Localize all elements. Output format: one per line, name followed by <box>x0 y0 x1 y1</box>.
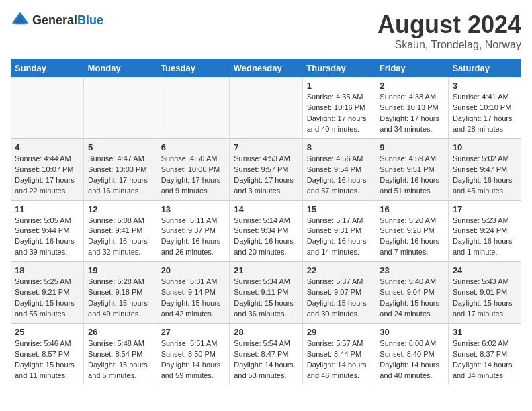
calendar-week-row: 4Sunrise: 4:44 AM Sunset: 10:07 PM Dayli… <box>11 138 521 200</box>
weekday-header-wednesday: Wednesday <box>230 59 303 77</box>
day-number: 18 <box>15 265 79 275</box>
day-number: 19 <box>88 265 152 275</box>
calendar-cell: 4Sunrise: 4:44 AM Sunset: 10:07 PM Dayli… <box>11 138 84 200</box>
calendar-cell: 7Sunrise: 4:53 AM Sunset: 9:57 PM Daylig… <box>230 138 303 200</box>
day-info: Sunrise: 5:34 AM Sunset: 9:11 PM Dayligh… <box>234 277 298 320</box>
weekday-header-friday: Friday <box>375 59 449 77</box>
day-number: 1 <box>307 81 371 91</box>
calendar-cell: 6Sunrise: 4:50 AM Sunset: 10:00 PM Dayli… <box>157 138 230 200</box>
calendar-cell: 30Sunrise: 6:00 AM Sunset: 8:40 PM Dayli… <box>375 324 449 385</box>
day-number: 30 <box>380 327 444 337</box>
day-number: 17 <box>453 204 517 214</box>
day-info: Sunrise: 4:35 AM Sunset: 10:16 PM Daylig… <box>307 92 371 135</box>
day-info: Sunrise: 4:53 AM Sunset: 9:57 PM Dayligh… <box>234 154 298 197</box>
day-info: Sunrise: 5:48 AM Sunset: 8:54 PM Dayligh… <box>88 338 152 381</box>
calendar-cell: 23Sunrise: 5:40 AM Sunset: 9:04 PM Dayli… <box>375 262 449 324</box>
weekday-header-monday: Monday <box>84 59 157 77</box>
page-subtitle: Skaun, Trondelag, Norway <box>378 39 521 51</box>
day-info: Sunrise: 6:00 AM Sunset: 8:40 PM Dayligh… <box>380 338 444 381</box>
logo-blue: Blue <box>77 13 103 27</box>
calendar-cell: 12Sunrise: 5:08 AM Sunset: 9:41 PM Dayli… <box>84 200 157 262</box>
day-info: Sunrise: 4:56 AM Sunset: 9:54 PM Dayligh… <box>307 154 371 197</box>
logo-general: General <box>32 13 77 27</box>
day-number: 29 <box>307 327 371 337</box>
day-info: Sunrise: 5:40 AM Sunset: 9:04 PM Dayligh… <box>380 277 444 320</box>
day-info: Sunrise: 5:54 AM Sunset: 8:47 PM Dayligh… <box>234 338 298 381</box>
calendar-cell: 9Sunrise: 4:59 AM Sunset: 9:51 PM Daylig… <box>375 138 449 200</box>
calendar-cell: 15Sunrise: 5:17 AM Sunset: 9:31 PM Dayli… <box>302 200 375 262</box>
day-info: Sunrise: 5:51 AM Sunset: 8:50 PM Dayligh… <box>161 338 226 381</box>
logo-icon <box>11 11 30 30</box>
calendar-cell: 8Sunrise: 4:56 AM Sunset: 9:54 PM Daylig… <box>302 138 375 200</box>
day-info: Sunrise: 4:50 AM Sunset: 10:00 PM Daylig… <box>161 154 226 197</box>
calendar-cell: 31Sunrise: 6:02 AM Sunset: 8:37 PM Dayli… <box>448 324 521 385</box>
day-info: Sunrise: 4:59 AM Sunset: 9:51 PM Dayligh… <box>380 154 444 197</box>
day-info: Sunrise: 5:11 AM Sunset: 9:37 PM Dayligh… <box>161 216 226 259</box>
day-number: 28 <box>234 327 298 337</box>
calendar-cell: 10Sunrise: 5:02 AM Sunset: 9:47 PM Dayli… <box>448 138 521 200</box>
day-number: 7 <box>234 142 298 152</box>
day-number: 16 <box>380 204 444 214</box>
calendar-cell <box>230 77 303 138</box>
day-info: Sunrise: 5:14 AM Sunset: 9:34 PM Dayligh… <box>234 216 298 259</box>
day-info: Sunrise: 5:05 AM Sunset: 9:44 PM Dayligh… <box>15 216 79 259</box>
day-number: 8 <box>307 142 371 152</box>
day-info: Sunrise: 5:02 AM Sunset: 9:47 PM Dayligh… <box>453 154 517 197</box>
calendar-header-row: SundayMondayTuesdayWednesdayThursdayFrid… <box>11 59 521 77</box>
day-number: 10 <box>453 142 517 152</box>
calendar-cell: 21Sunrise: 5:34 AM Sunset: 9:11 PM Dayli… <box>230 262 303 324</box>
day-info: Sunrise: 5:37 AM Sunset: 9:07 PM Dayligh… <box>307 277 371 320</box>
day-info: Sunrise: 5:57 AM Sunset: 8:44 PM Dayligh… <box>307 338 371 381</box>
calendar-cell: 14Sunrise: 5:14 AM Sunset: 9:34 PM Dayli… <box>230 200 303 262</box>
day-number: 31 <box>453 327 517 337</box>
calendar-week-row: 1Sunrise: 4:35 AM Sunset: 10:16 PM Dayli… <box>11 77 521 138</box>
day-number: 5 <box>88 142 152 152</box>
day-info: Sunrise: 4:41 AM Sunset: 10:10 PM Daylig… <box>453 92 517 135</box>
day-number: 20 <box>161 265 226 275</box>
calendar-cell: 26Sunrise: 5:48 AM Sunset: 8:54 PM Dayli… <box>84 324 157 385</box>
day-info: Sunrise: 5:23 AM Sunset: 9:24 PM Dayligh… <box>453 216 517 259</box>
day-number: 25 <box>15 327 79 337</box>
calendar-cell: 2Sunrise: 4:38 AM Sunset: 10:13 PM Dayli… <box>375 77 449 138</box>
calendar-cell: 16Sunrise: 5:20 AM Sunset: 9:28 PM Dayli… <box>375 200 449 262</box>
calendar-cell: 1Sunrise: 4:35 AM Sunset: 10:16 PM Dayli… <box>302 77 375 138</box>
title-area: August 2024 Skaun, Trondelag, Norway <box>378 11 521 51</box>
calendar-cell <box>157 77 230 138</box>
day-number: 6 <box>161 142 226 152</box>
weekday-header-thursday: Thursday <box>302 59 375 77</box>
day-number: 4 <box>15 142 79 152</box>
day-number: 27 <box>161 327 226 337</box>
day-number: 24 <box>453 265 517 275</box>
calendar-cell: 11Sunrise: 5:05 AM Sunset: 9:44 PM Dayli… <box>11 200 84 262</box>
page-title: August 2024 <box>378 11 521 39</box>
day-info: Sunrise: 5:20 AM Sunset: 9:28 PM Dayligh… <box>380 216 444 259</box>
calendar-cell: 19Sunrise: 5:28 AM Sunset: 9:18 PM Dayli… <box>84 262 157 324</box>
logo: GeneralBlue <box>11 11 103 30</box>
day-number: 2 <box>380 81 444 91</box>
calendar-cell: 28Sunrise: 5:54 AM Sunset: 8:47 PM Dayli… <box>230 324 303 385</box>
day-info: Sunrise: 6:02 AM Sunset: 8:37 PM Dayligh… <box>453 338 517 381</box>
calendar-week-row: 25Sunrise: 5:46 AM Sunset: 8:57 PM Dayli… <box>11 324 521 385</box>
day-info: Sunrise: 4:44 AM Sunset: 10:07 PM Daylig… <box>15 154 79 197</box>
day-info: Sunrise: 5:17 AM Sunset: 9:31 PM Dayligh… <box>307 216 371 259</box>
calendar-cell: 5Sunrise: 4:47 AM Sunset: 10:03 PM Dayli… <box>84 138 157 200</box>
weekday-header-saturday: Saturday <box>448 59 521 77</box>
weekday-header-sunday: Sunday <box>11 59 84 77</box>
day-number: 3 <box>453 81 517 91</box>
calendar-cell: 20Sunrise: 5:31 AM Sunset: 9:14 PM Dayli… <box>157 262 230 324</box>
day-number: 23 <box>380 265 444 275</box>
day-info: Sunrise: 5:43 AM Sunset: 9:01 PM Dayligh… <box>453 277 517 320</box>
calendar-cell: 24Sunrise: 5:43 AM Sunset: 9:01 PM Dayli… <box>448 262 521 324</box>
day-info: Sunrise: 4:38 AM Sunset: 10:13 PM Daylig… <box>380 92 444 135</box>
day-number: 13 <box>161 204 226 214</box>
day-number: 11 <box>15 204 79 214</box>
day-number: 22 <box>307 265 371 275</box>
day-info: Sunrise: 5:08 AM Sunset: 9:41 PM Dayligh… <box>88 216 152 259</box>
calendar-cell: 22Sunrise: 5:37 AM Sunset: 9:07 PM Dayli… <box>302 262 375 324</box>
calendar-week-row: 11Sunrise: 5:05 AM Sunset: 9:44 PM Dayli… <box>11 200 521 262</box>
calendar-cell <box>84 77 157 138</box>
day-number: 12 <box>88 204 152 214</box>
calendar-cell: 3Sunrise: 4:41 AM Sunset: 10:10 PM Dayli… <box>448 77 521 138</box>
calendar-cell: 25Sunrise: 5:46 AM Sunset: 8:57 PM Dayli… <box>11 324 84 385</box>
day-number: 21 <box>234 265 298 275</box>
